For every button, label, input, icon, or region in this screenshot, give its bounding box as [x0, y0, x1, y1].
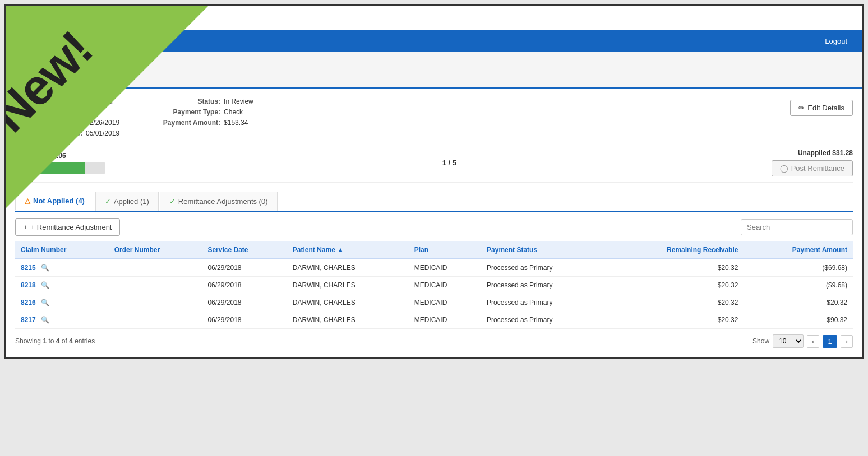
progress-right: Unapplied $31.28 ◯ Post Remittance	[772, 149, 853, 176]
nav-logout[interactable]: Logout	[817, 30, 855, 52]
tab-bar: △ Not Applied (4) ✓ Applied (1) ✓ Remitt…	[15, 192, 853, 212]
toolbar-row: + + Remittance Adjustment	[15, 218, 853, 236]
claim-link-8215[interactable]: 8215	[21, 264, 36, 272]
table-body: 8215 🔍 06/29/2018 DARWIN, CHARLES MEDICA…	[15, 259, 853, 329]
top-bar: AcuityLogic Bill	[6, 6, 862, 30]
next-page-button[interactable]: ›	[841, 335, 853, 348]
col-patient-name[interactable]: Patient Name ▲	[287, 241, 409, 259]
plus-icon: +	[24, 223, 28, 231]
carrier-value: Medicaid	[86, 97, 113, 105]
check-circle-icon: ◯	[780, 164, 788, 173]
tab-not-applied[interactable]: △ Not Applied (4)	[15, 192, 94, 211]
unapplied-label: Unapplied $31.28	[798, 149, 853, 157]
plan-cell: MEDICAID	[409, 277, 481, 294]
payment-status-cell: Processed as Primary	[481, 259, 608, 277]
col-plan[interactable]: Plan	[409, 241, 481, 259]
col-claim-number[interactable]: Claim Number	[15, 241, 109, 259]
logo-sub: Bill	[95, 13, 106, 23]
page-1-button[interactable]: 1	[823, 335, 837, 348]
num-claims-value: 5	[86, 108, 90, 116]
search-input[interactable]	[741, 219, 853, 235]
status-label: Status:	[153, 97, 220, 105]
patient-name-cell: DARWIN, CHARLES	[287, 259, 409, 277]
logo-area: AcuityLogic Bill	[13, 10, 106, 26]
claim-link-8217[interactable]: 8217	[21, 316, 36, 324]
back-link[interactable]: ◀ Back to Remit	[15, 56, 68, 64]
claim-link-8216[interactable]: 8216	[21, 299, 36, 306]
row-search-icon[interactable]: 🔍	[41, 264, 49, 272]
pagination-row: Showing 1 to 4 of 4 entries Show 10 25 5…	[15, 334, 853, 348]
post-btn-label: Post Remittance	[791, 164, 844, 173]
add-btn-label: + Remittance Adjustment	[31, 223, 112, 231]
patient-name-cell: DARWIN, CHARLES	[287, 311, 409, 329]
tab-applied[interactable]: ✓ Applied (1)	[95, 192, 159, 211]
payment-type-label: Payment Type:	[153, 108, 220, 116]
plan-cell: MEDICAID	[409, 311, 481, 329]
info-row-payment-amount: Payment Amount: $153.34	[153, 119, 253, 127]
nav-claim-management[interactable]: Claim Management	[13, 30, 92, 52]
back-link-text: Back to Remit	[23, 56, 68, 64]
remaining-receivable-cell: $20.32	[608, 311, 744, 329]
row-search-icon[interactable]: 🔍	[41, 299, 49, 306]
pagination-right: Show 10 25 50 100 ‹ 1 ›	[752, 334, 853, 348]
show-select[interactable]: 10 25 50 100	[773, 334, 804, 348]
claim-tab[interactable]: Claim	[15, 72, 50, 87]
info-and-edit: Carrier: Medicaid Number of Claims: 5 Re…	[15, 97, 853, 137]
order-number-cell	[109, 277, 202, 294]
claim-number-cell: 8216 🔍	[15, 294, 109, 311]
main-content: Carrier: Medicaid Number of Claims: 5 Re…	[6, 89, 862, 357]
claim-number-cell: 8218 🔍	[15, 277, 109, 294]
info-row-status: Status: In Review	[153, 97, 253, 105]
col-remaining-receivable[interactable]: Remaining Receivable	[608, 241, 744, 259]
claim-number-cell: 8215 🔍	[15, 259, 109, 277]
payment-type-value: Check	[224, 108, 243, 116]
info-row-carrier: Carrier: Medicaid	[15, 97, 119, 105]
remit-date-label: Remit Date:	[15, 119, 82, 127]
service-date-cell: 06/29/2018	[202, 311, 287, 329]
order-number-cell	[109, 294, 202, 311]
info-row-deposit-date: Deposit Date: 05/01/2019	[15, 129, 119, 137]
claims-table: Claim Number Order Number Service Date P…	[15, 241, 853, 329]
deposit-date-value: 05/01/2019	[86, 129, 119, 137]
info-row-payment-type: Payment Type: Check	[153, 108, 253, 116]
logo-icon	[13, 10, 38, 26]
nav-billing[interactable]: Billing	[92, 30, 127, 52]
remaining-receivable-cell: $20.32	[608, 277, 744, 294]
claim-link-8218[interactable]: 8218	[21, 281, 36, 289]
info-col-left: Carrier: Medicaid Number of Claims: 5 Re…	[15, 97, 119, 137]
payment-amount-cell: ($9.68)	[744, 277, 853, 294]
row-search-icon[interactable]: 🔍	[41, 281, 49, 289]
row-search-icon[interactable]: 🔍	[41, 316, 49, 324]
progress-bar-container	[15, 162, 105, 174]
claim-tabs: Claim	[6, 69, 862, 89]
info-row-remit-date: Remit Date: 02/26/2019	[15, 119, 119, 127]
service-date-cell: 06/29/2018	[202, 259, 287, 277]
payment-amount-value: $153.34	[224, 119, 248, 127]
tab-adjustments[interactable]: ✓ Remittance Adjustments (0)	[160, 192, 278, 211]
status-value: In Review	[224, 97, 253, 105]
warning-icon: △	[25, 197, 30, 205]
patient-name-cell: DARWIN, CHARLES	[287, 294, 409, 311]
num-claims-label: Number of Claims:	[15, 108, 82, 116]
payment-amount-cell: $20.32	[744, 294, 853, 311]
add-remittance-adjustment-button[interactable]: + + Remittance Adjustment	[15, 218, 120, 236]
info-cols: Carrier: Medicaid Number of Claims: 5 Re…	[15, 97, 253, 137]
remit-date-value: 02/26/2019	[86, 119, 119, 127]
tab-not-applied-label: Not Applied (4)	[33, 197, 85, 205]
order-number-cell	[109, 259, 202, 277]
payment-amount-label: Payment Amount:	[153, 119, 220, 127]
table-row: 8218 🔍 06/29/2018 DARWIN, CHARLES MEDICA…	[15, 277, 853, 294]
table-row: 8217 🔍 06/29/2018 DARWIN, CHARLES MEDICA…	[15, 311, 853, 329]
service-date-cell: 06/29/2018	[202, 294, 287, 311]
payment-amount-cell: $90.32	[744, 311, 853, 329]
prev-page-button[interactable]: ‹	[807, 335, 819, 348]
col-payment-amount[interactable]: Payment Amount	[744, 241, 853, 259]
table-row: 8216 🔍 06/29/2018 DARWIN, CHARLES MEDICA…	[15, 294, 853, 311]
carrier-label: Carrier:	[15, 97, 82, 105]
edit-details-button[interactable]: ✏ Edit Details	[790, 100, 853, 116]
post-remittance-button[interactable]: ◯ Post Remittance	[772, 160, 853, 176]
col-service-date[interactable]: Service Date	[202, 241, 287, 259]
back-bar: ◀ Back to Remit	[6, 52, 862, 69]
col-order-number[interactable]: Order Number	[109, 241, 202, 259]
col-payment-status[interactable]: Payment Status	[481, 241, 608, 259]
